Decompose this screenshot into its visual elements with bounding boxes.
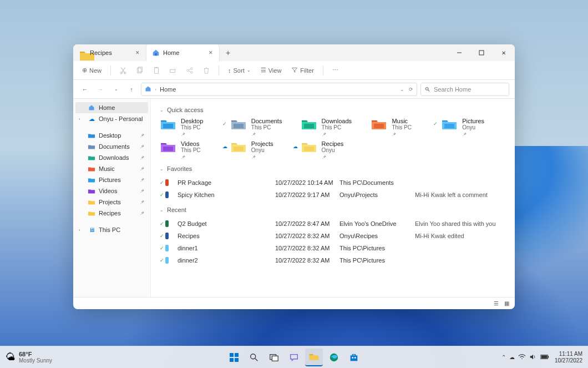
store-button[interactable]	[345, 349, 363, 366]
chat-button[interactable]	[285, 349, 303, 366]
sidebar-item[interactable]: Videos📌︎	[75, 185, 148, 196]
paste-button[interactable]	[150, 64, 163, 77]
tray-chevron-icon[interactable]: ⌃	[501, 354, 506, 360]
new-button[interactable]: ⊕ New	[79, 64, 105, 77]
cloud-icon: ☁	[88, 115, 95, 123]
svg-rect-19	[234, 147, 244, 151]
svg-rect-33	[354, 357, 356, 359]
search-button[interactable]	[245, 349, 263, 366]
sidebar-home[interactable]: Home	[75, 102, 148, 113]
cloud-badge-icon: ☁	[293, 144, 298, 149]
start-button[interactable]	[225, 349, 243, 366]
quick-access-item[interactable]: MusicThis PC📌︎	[371, 118, 435, 137]
chevron-down-icon: ⌄	[160, 108, 164, 113]
sidebar-item[interactable]: Recipes📌︎	[75, 208, 148, 219]
sidebar-item[interactable]: Projects📌︎	[75, 196, 148, 208]
svg-rect-21	[230, 353, 234, 357]
refresh-icon[interactable]: ⟳	[409, 87, 413, 92]
battery-icon[interactable]	[540, 354, 549, 361]
section-favorites[interactable]: ⌄ Favorites	[160, 165, 506, 172]
chevron-right-icon[interactable]: ›	[79, 228, 84, 233]
copy-button[interactable]	[133, 64, 146, 77]
sort-button[interactable]: ↕ Sort ⌄	[225, 64, 254, 77]
pin-icon: 📌︎	[140, 199, 145, 205]
quick-access-item[interactable]: ✓DocumentsThis PC📌︎	[230, 118, 295, 137]
delete-button[interactable]	[200, 64, 213, 77]
chevron-right-icon[interactable]: ›	[79, 117, 84, 122]
volume-icon[interactable]	[529, 354, 537, 361]
close-tab-icon[interactable]: ✕	[134, 49, 141, 57]
sidebar-this-pc[interactable]: › 🖥 This PC	[75, 224, 148, 235]
explorer-button[interactable]	[305, 349, 323, 366]
view-button[interactable]: ☰ View	[257, 64, 285, 77]
file-row[interactable]: ✓dinner110/27/2022 8:32 AMThis PC\Pictur…	[160, 242, 506, 254]
quick-access-item[interactable]: ☁ProjectsOnyu📌︎	[230, 140, 295, 160]
details-view-icon[interactable]: ☰	[494, 300, 499, 306]
rename-button[interactable]	[166, 64, 180, 77]
breadcrumb-home[interactable]: Home	[160, 86, 176, 93]
folder-icon	[88, 209, 95, 217]
folder-icon	[88, 176, 95, 184]
file-row[interactable]: ✓PR Package10/27/2022 10:14 AMThis PC\Do…	[160, 177, 506, 189]
file-row[interactable]: ✓Q2 Budget10/27/2022 8:47 AMElvin Yoo's …	[160, 218, 506, 230]
pin-icon: 📌︎	[322, 154, 344, 160]
quick-access-item[interactable]: ☁RecipesOnyu📌︎	[301, 140, 366, 160]
file-row[interactable]: ✓Recipes10/27/2022 8:32 AMOnyu\RecipesMi…	[160, 230, 506, 242]
quick-access-item[interactable]: DownloadsThis PC📌︎	[301, 118, 366, 137]
sidebar-item[interactable]: Pictures📌︎	[75, 174, 148, 185]
clock[interactable]: 11:11 AM 10/27/2022	[555, 351, 582, 364]
cut-button[interactable]	[116, 64, 130, 77]
svg-rect-36	[541, 355, 548, 358]
close-tab-icon[interactable]: ✕	[207, 49, 215, 57]
task-view-button[interactable]	[265, 349, 283, 366]
address-bar[interactable]: › Home ⌄ ⟳	[141, 83, 417, 96]
wifi-icon[interactable]	[518, 354, 526, 361]
quick-access-item[interactable]: ✓PicturesOnyu📌︎	[441, 118, 506, 137]
file-row[interactable]: ✓Spicy Kitchen10/27/2022 9:17 AMOnyu\Pro…	[160, 189, 506, 201]
svg-line-26	[255, 358, 258, 361]
file-icon: ✓	[160, 256, 169, 265]
up-button[interactable]: ↑	[125, 83, 138, 95]
chevron-down-icon: ⌄	[247, 68, 251, 73]
tab-recipes[interactable]: Recipes ✕	[73, 44, 146, 61]
new-tab-button[interactable]: +	[220, 44, 236, 61]
quick-access-item[interactable]: VideosThis PC📌︎	[160, 140, 225, 160]
minimize-button[interactable]	[448, 44, 470, 61]
sidebar-item[interactable]: Music📌︎	[75, 163, 148, 174]
tiles-view-icon[interactable]: ▦	[504, 300, 509, 306]
close-window-button[interactable]: ✕	[493, 44, 515, 61]
sidebar-item[interactable]: Desktop📌︎	[75, 130, 148, 141]
section-recent[interactable]: ⌄ Recent	[160, 206, 506, 213]
status-bar: ☰ ▦	[73, 297, 515, 309]
sidebar-item[interactable]: Downloads📌︎	[75, 152, 148, 163]
edge-button[interactable]	[325, 349, 343, 366]
svg-rect-16	[374, 124, 384, 128]
plus-icon: ⊕	[82, 67, 87, 74]
section-quick-access[interactable]: ⌄ Quick access	[160, 107, 506, 113]
onedrive-tray-icon[interactable]: ☁	[509, 354, 515, 360]
svg-point-25	[251, 354, 256, 359]
sync-badge-icon: ✓	[222, 121, 228, 127]
share-button[interactable]	[183, 64, 196, 77]
file-row[interactable]: ✓dinner210/27/2022 8:32 AMThis PC\Pictur…	[160, 254, 506, 266]
tab-home[interactable]: Home ✕	[146, 44, 220, 62]
maximize-button[interactable]	[470, 44, 493, 61]
svg-rect-23	[230, 358, 234, 362]
back-button[interactable]: ←	[79, 83, 91, 95]
filter-button[interactable]: Filter	[288, 64, 317, 77]
forward-button[interactable]: →	[94, 83, 107, 95]
chevron-down-icon[interactable]: ⌄	[400, 87, 404, 92]
pin-icon: 📌︎	[140, 177, 145, 183]
svg-rect-14	[234, 124, 244, 128]
quick-access-item[interactable]: DesktopThis PC📌︎	[160, 118, 225, 137]
more-button[interactable]: ⋯	[329, 64, 342, 77]
pin-icon: 📌︎	[462, 132, 484, 137]
weather-widget[interactable]: 🌤 68°F Mostly Sunny	[6, 351, 52, 364]
pin-icon: 📌︎	[140, 188, 145, 194]
search-input[interactable]: 🔍︎ Search Home	[420, 83, 509, 96]
svg-point-10	[187, 69, 189, 72]
recent-dropdown[interactable]: ⌄	[110, 83, 122, 95]
svg-rect-24	[235, 358, 239, 362]
sidebar-onedrive[interactable]: › ☁ Onyu - Personal	[75, 113, 148, 124]
sidebar-item[interactable]: Documents📌︎	[75, 141, 148, 152]
